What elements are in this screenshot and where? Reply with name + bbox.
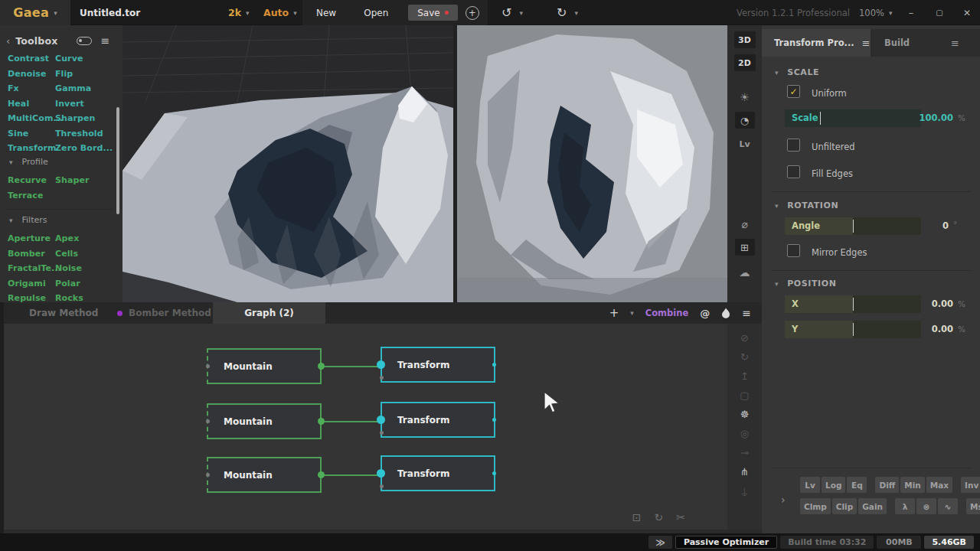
lighting-icon[interactable]: ☀	[740, 91, 750, 103]
profile-node-link[interactable]: Recurve	[8, 175, 55, 185]
quick-action-button[interactable]: Gain	[858, 498, 887, 514]
toolbox-node-link[interactable]: Curve	[55, 54, 115, 64]
secondary-port[interactable]	[380, 376, 384, 380]
toolbox-node-link[interactable]: Denoise	[8, 69, 55, 79]
secondary-port[interactable]	[206, 419, 210, 423]
optimizer-status[interactable]: Passive Optimizer	[675, 536, 777, 549]
filter-node-link[interactable]: Polar	[55, 279, 115, 289]
graph-node-mountain[interactable]: Mountain	[207, 348, 322, 384]
tab-transform-properties[interactable]: Transform Pro... ≡	[762, 29, 871, 57]
add-resolution-button[interactable]: +	[466, 6, 479, 20]
toolbox-node-link[interactable]: Gamma	[55, 83, 115, 93]
graph-rail-icon[interactable]: ⊸	[740, 443, 749, 462]
graph-rail-icon[interactable]: ⍊	[742, 481, 748, 500]
viewport-3d-top[interactable]	[457, 25, 727, 302]
tab-bomber-method[interactable]: Bomber Method	[129, 302, 211, 324]
quick-action-button[interactable]: ∿	[938, 498, 958, 514]
secondary-port[interactable]	[380, 431, 384, 435]
flame-icon[interactable]	[721, 308, 730, 319]
fill-edges-checkbox[interactable]	[787, 165, 800, 178]
quick-action-button[interactable]: Max	[926, 477, 952, 493]
output-port[interactable]	[492, 363, 496, 367]
output-port[interactable]	[318, 418, 325, 425]
quick-action-button[interactable]: Msk	[966, 498, 980, 514]
output-port[interactable]	[492, 418, 496, 422]
unfiltered-checkbox[interactable]	[787, 139, 800, 152]
toolbox-node-link[interactable]: Heal	[8, 99, 55, 109]
quick-action-button[interactable]: Inv	[961, 477, 980, 493]
toolbox-node-link[interactable]: Sine	[8, 129, 55, 139]
undo-icon[interactable]: ↺	[501, 5, 511, 20]
section-header-filters[interactable]: ▾ Filters	[9, 215, 47, 225]
add-node-icon[interactable]: +	[609, 306, 619, 320]
uniform-checkbox[interactable]: ✓	[787, 85, 800, 98]
minimize-button[interactable]: –	[901, 0, 921, 25]
position-y-input[interactable]: Y	[785, 321, 921, 338]
graph-node-mountain[interactable]: Mountain	[207, 457, 322, 493]
chevron-down-icon[interactable]: ▾	[630, 309, 634, 317]
filter-node-link[interactable]: Cells	[55, 249, 115, 259]
compass-icon[interactable]: ⌀	[741, 218, 747, 230]
tab-draw-method[interactable]: Draw Method	[29, 302, 98, 324]
section-header-position[interactable]: ▾ POSITION	[775, 279, 837, 289]
input-port[interactable]	[377, 416, 385, 424]
quick-action-button[interactable]: ⊗	[916, 498, 936, 514]
toolbox-node-link[interactable]: Zero Bord...	[55, 143, 115, 153]
mirror-edges-checkbox[interactable]	[787, 244, 800, 257]
quick-action-button[interactable]: Lv	[800, 477, 820, 493]
graph-rail-icon[interactable]: ▢	[740, 386, 749, 405]
profile-node-link[interactable]: Terrace	[8, 191, 55, 201]
position-x-input[interactable]: X	[785, 295, 921, 313]
layout-toggle-icon[interactable]	[77, 37, 92, 45]
input-port[interactable]	[377, 360, 385, 369]
quick-action-button[interactable]: λ	[895, 498, 915, 514]
filter-node-link[interactable]: Aperture	[8, 233, 55, 243]
graph-rail-icon[interactable]: ↥	[740, 367, 749, 386]
mention-icon[interactable]: @	[700, 308, 710, 319]
menu-icon[interactable]: ≡	[862, 37, 871, 49]
fast-forward-icon[interactable]: ≫	[648, 536, 672, 549]
graph-rail-icon[interactable]: ◎	[740, 424, 749, 443]
output-port[interactable]	[318, 471, 325, 478]
graph-node-mountain[interactable]: Mountain	[207, 403, 322, 439]
output-port[interactable]	[492, 471, 496, 475]
level-toggle[interactable]: Lv	[739, 139, 750, 149]
chevron-down-icon[interactable]: ▾	[519, 9, 523, 17]
quick-action-button[interactable]: Diff	[875, 477, 899, 493]
profile-node-link[interactable]: Shaper	[55, 175, 115, 185]
menu-icon[interactable]: ≡	[742, 307, 751, 319]
filter-node-link[interactable]: FractalTe...	[8, 263, 55, 273]
toolbox-node-link[interactable]: Transform	[8, 143, 55, 153]
build-mode-dropdown[interactable]: Auto ▾	[263, 0, 297, 25]
rebuild-icon[interactable]: ↻	[655, 511, 664, 523]
secondary-port[interactable]	[206, 364, 210, 368]
quick-action-button[interactable]: Clmp	[800, 498, 831, 514]
quick-action-button[interactable]: Log	[822, 477, 845, 493]
chevron-down-icon[interactable]: ▾	[574, 9, 578, 17]
output-port[interactable]	[318, 363, 325, 370]
graph-rail-icon[interactable]: ⋔	[740, 462, 749, 481]
filter-node-link[interactable]: Origami	[8, 279, 55, 289]
toolbox-node-link[interactable]: Flip	[55, 69, 115, 79]
toolbox-node-link[interactable]: Threshold	[55, 129, 115, 139]
close-button[interactable]: ✕	[957, 0, 977, 25]
node-graph-canvas[interactable]: ⊡ ↻ ✂ MountainTransformMountainTransform…	[4, 324, 727, 530]
quick-action-button[interactable]: Eq	[847, 477, 867, 493]
redo-icon[interactable]: ↻	[557, 5, 567, 20]
filter-node-link[interactable]: Apex	[55, 233, 115, 243]
secondary-port[interactable]	[380, 484, 384, 488]
quick-action-button[interactable]: Clip	[832, 498, 857, 514]
maximize-button[interactable]: ▢	[929, 0, 949, 25]
angle-input[interactable]: Angle	[785, 217, 921, 235]
quick-action-button[interactable]: Min	[900, 477, 925, 493]
save-button[interactable]: Save	[408, 5, 457, 21]
view-3d-button[interactable]: 3D	[734, 31, 756, 48]
graph-rail-icon[interactable]: ☸	[740, 405, 750, 424]
disconnect-icon[interactable]: ✂	[676, 511, 685, 523]
tab-graph[interactable]: Graph (2)	[213, 302, 325, 324]
combine-button[interactable]: Combine	[645, 308, 688, 318]
input-port[interactable]	[377, 469, 385, 478]
new-button[interactable]: New	[302, 0, 350, 25]
cloud-icon[interactable]: ☁	[740, 266, 750, 279]
toolbox-node-link[interactable]: Fx	[8, 83, 55, 93]
